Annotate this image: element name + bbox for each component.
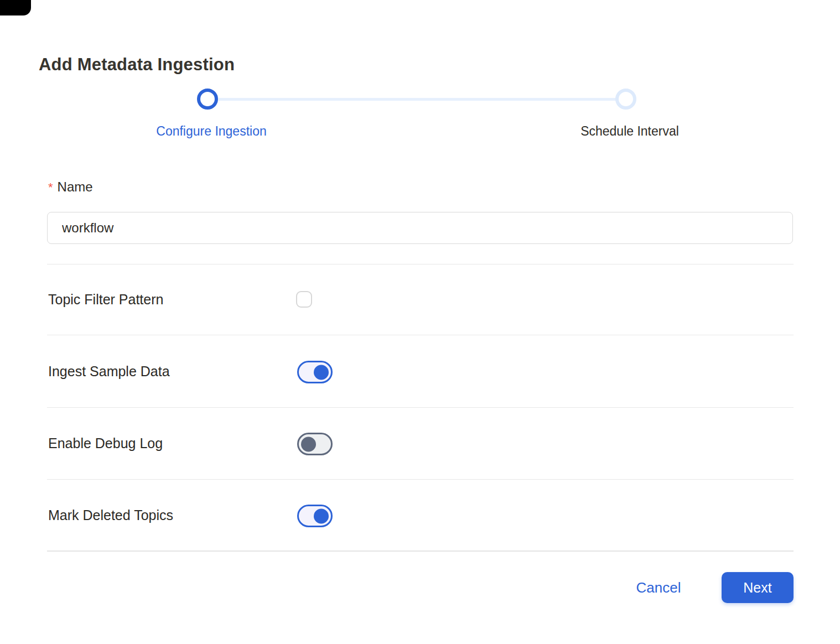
stepper-connector-line [219,98,616,101]
toggle-knob [314,365,329,380]
toggle-knob [301,437,316,451]
next-button[interactable]: Next [722,572,794,603]
window-corner-overlay [0,0,31,15]
step-indicator-schedule-interval[interactable] [615,89,636,110]
add-metadata-ingestion-form: Add Metadata Ingestion Configure Ingesti… [0,0,840,644]
divider [47,407,794,408]
mark-deleted-topics-label: Mark Deleted Topics [48,507,173,523]
topic-filter-pattern-label: Topic Filter Pattern [48,292,163,308]
divider [47,479,794,480]
name-field-label: *Name [48,179,93,195]
divider [47,264,794,264]
divider [47,335,794,335]
step-label-schedule-interval: Schedule Interval [580,124,679,139]
mark-deleted-topics-toggle[interactable] [297,505,333,527]
name-input[interactable] [47,212,793,244]
toggle-knob [314,508,329,523]
required-asterisk: * [48,180,53,194]
page-title: Add Metadata Ingestion [39,55,235,75]
divider [47,550,794,552]
topic-filter-pattern-checkbox[interactable] [296,291,312,308]
ingest-sample-data-toggle[interactable] [297,361,333,383]
name-field-label-text: Name [58,179,93,194]
enable-debug-log-toggle[interactable] [297,433,333,455]
step-indicator-configure-ingestion[interactable] [197,89,218,110]
enable-debug-log-label: Enable Debug Log [48,435,163,451]
cancel-button[interactable]: Cancel [636,579,681,596]
step-label-configure-ingestion[interactable]: Configure Ingestion [156,124,266,139]
ingest-sample-data-label: Ingest Sample Data [48,363,170,380]
